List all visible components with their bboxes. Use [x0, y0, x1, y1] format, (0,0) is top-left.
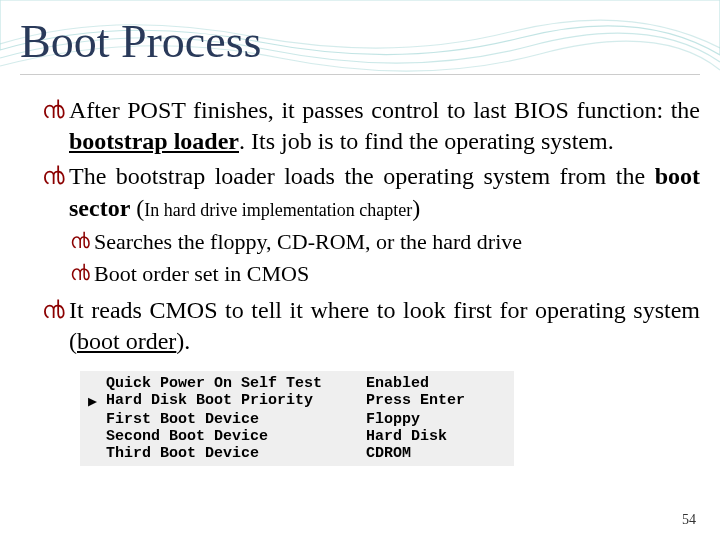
bullet-text: Boot order set in CMOS — [94, 260, 700, 289]
bullet-text: The bootstrap loader loads the operating… — [69, 161, 700, 223]
table-row: Third Boot Device CDROM — [88, 445, 506, 462]
bios-label: Second Boot Device — [106, 428, 366, 445]
bios-value: Hard Disk — [366, 428, 506, 445]
bios-label: Quick Power On Self Test — [106, 375, 366, 392]
swirl-bullet-icon: ൯ — [70, 228, 90, 254]
bios-value: Press Enter — [366, 392, 506, 411]
table-row: ▶ Hard Disk Boot Priority Press Enter — [88, 392, 506, 411]
bios-settings-table: Quick Power On Self Test Enabled ▶ Hard … — [80, 371, 514, 466]
table-row: First Boot Device Floppy — [88, 411, 506, 428]
row-arrow-icon — [88, 411, 106, 428]
table-row: Second Boot Device Hard Disk — [88, 428, 506, 445]
bios-label: Hard Disk Boot Priority — [106, 392, 366, 411]
bullet-item: ൯ Searches the floppy, CD-ROM, or the ha… — [20, 228, 700, 257]
table-row: Quick Power On Self Test Enabled — [88, 375, 506, 392]
bios-label: First Boot Device — [106, 411, 366, 428]
bullet-item: ൯ Boot order set in CMOS — [20, 260, 700, 289]
swirl-bullet-icon: ൯ — [42, 95, 65, 125]
bullet-item: ൯ It reads CMOS to tell it where to look… — [20, 295, 700, 357]
row-arrow-icon: ▶ — [88, 392, 106, 411]
slide-title: Boot Process — [20, 15, 700, 75]
bios-value: Enabled — [366, 375, 506, 392]
page-number: 54 — [682, 512, 696, 528]
row-arrow-icon — [88, 375, 106, 392]
bullet-item: ൯ After POST finishes, it passes control… — [20, 95, 700, 157]
swirl-bullet-icon: ൯ — [42, 295, 65, 325]
bullet-item: ൯ The bootstrap loader loads the operati… — [20, 161, 700, 223]
row-arrow-icon — [88, 445, 106, 462]
bullet-text: After POST finishes, it passes control t… — [69, 95, 700, 157]
swirl-bullet-icon: ൯ — [70, 260, 90, 286]
bullet-list: ൯ After POST finishes, it passes control… — [20, 95, 700, 357]
bullet-text: It reads CMOS to tell it where to look f… — [69, 295, 700, 357]
bios-value: Floppy — [366, 411, 506, 428]
bullet-text: Searches the floppy, CD-ROM, or the hard… — [94, 228, 700, 257]
bios-value: CDROM — [366, 445, 506, 462]
row-arrow-icon — [88, 428, 106, 445]
bios-label: Third Boot Device — [106, 445, 366, 462]
swirl-bullet-icon: ൯ — [42, 161, 65, 191]
